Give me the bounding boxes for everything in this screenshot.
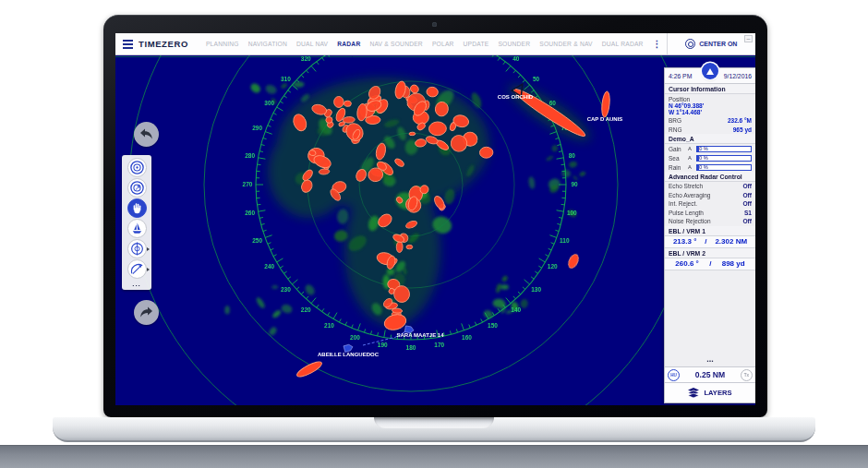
redo-arrow-icon bbox=[139, 306, 153, 318]
transmit-button[interactable]: Tx bbox=[741, 369, 753, 381]
workspace-tabs: PLANNING NAVIGATION DUAL NAV RADAR NAV &… bbox=[201, 33, 648, 54]
svg-text:240: 240 bbox=[264, 263, 274, 270]
vrm-tool-button[interactable] bbox=[127, 239, 147, 258]
undo-button[interactable] bbox=[134, 122, 159, 147]
layers-icon bbox=[688, 388, 699, 398]
svg-text:260: 260 bbox=[245, 210, 255, 216]
tab-dual-radar[interactable]: DUAL RADAR bbox=[597, 33, 648, 55]
cursor-bearing-row: BRG 232.6 °M bbox=[665, 115, 755, 125]
svg-text:220: 220 bbox=[301, 306, 311, 313]
target-info-button[interactable] bbox=[127, 178, 147, 198]
tab-navigation[interactable]: NAVIGATION bbox=[244, 33, 292, 55]
ebl-protractor-icon bbox=[129, 261, 145, 277]
rain-auto-button[interactable]: A bbox=[688, 164, 693, 170]
tab-radar[interactable]: RADAR bbox=[332, 33, 365, 55]
layers-button[interactable]: LAYERS bbox=[665, 383, 755, 402]
concentric-circles-icon bbox=[129, 160, 145, 175]
webcam-dot bbox=[432, 22, 437, 27]
tab-planning[interactable]: PLANNING bbox=[201, 33, 244, 55]
gain-slider[interactable]: 0 % bbox=[696, 146, 752, 152]
tab-sounder-nav[interactable]: SOUNDER & NAV bbox=[535, 33, 597, 55]
svg-text:280: 280 bbox=[245, 152, 255, 159]
clock-row: 4:26 PM 9/12/2016 bbox=[665, 68, 755, 84]
svg-text:250: 250 bbox=[252, 237, 262, 244]
svg-text:90: 90 bbox=[571, 181, 578, 187]
noise-rejection-row[interactable]: Noise RejectionOff bbox=[665, 217, 755, 226]
svg-text:40: 40 bbox=[512, 55, 520, 62]
svg-text:100: 100 bbox=[567, 210, 577, 216]
concentric-circles-hand-icon bbox=[129, 180, 145, 196]
svg-text:110: 110 bbox=[560, 237, 570, 244]
pulse-length-row[interactable]: Pulse LengthS1 bbox=[665, 209, 755, 218]
pan-tool-button[interactable] bbox=[127, 198, 147, 218]
range-scale-value[interactable]: 0.25 NM bbox=[695, 370, 725, 379]
svg-text:190: 190 bbox=[378, 342, 388, 348]
ebl2-angle: 260.6 ° bbox=[675, 259, 698, 268]
sea-slider[interactable]: 0 % bbox=[696, 155, 752, 162]
range-bar: HU 0.25 NM Tx bbox=[665, 366, 755, 383]
svg-text:60: 60 bbox=[549, 100, 557, 106]
undo-arrow-icon bbox=[139, 128, 153, 140]
clock-date: 9/12/2016 bbox=[724, 73, 752, 79]
panel-spacer bbox=[665, 270, 755, 356]
tab-polar[interactable]: POLAR bbox=[428, 33, 459, 55]
own-ship-button[interactable] bbox=[702, 63, 718, 79]
rain-control-row: Rain A 0 % bbox=[665, 162, 755, 172]
data-panel: 4:26 PM 9/12/2016 Cursor Information Pos… bbox=[664, 67, 755, 403]
echo-averaging-row[interactable]: Echo AveragingOff bbox=[665, 191, 755, 200]
rain-slider[interactable]: 0 % bbox=[696, 164, 752, 171]
stage: 4050607080901001101201301401501601701801… bbox=[0, 0, 868, 468]
sea-auto-button[interactable]: A bbox=[688, 155, 693, 161]
app-logo: TIMEZERO bbox=[139, 39, 188, 49]
svg-text:230: 230 bbox=[281, 286, 291, 293]
tab-update[interactable]: UPDATE bbox=[459, 33, 494, 55]
acquire-target-button[interactable] bbox=[127, 158, 147, 177]
boat-tool-button[interactable] bbox=[127, 219, 147, 238]
cursor-range-value: 965 yd bbox=[733, 126, 752, 133]
ebl-vrm1-header: EBL / VRM 1 bbox=[665, 226, 755, 236]
cursor-longitude: W 1°14.468' bbox=[665, 109, 755, 115]
vrm2-range: 898 yd bbox=[722, 259, 745, 268]
tab-dual-nav[interactable]: DUAL NAV bbox=[292, 33, 332, 55]
redo-button[interactable] bbox=[134, 300, 159, 325]
int-reject-row[interactable]: Int. Reject.Off bbox=[665, 199, 755, 209]
ebl1-angle: 213.3 ° bbox=[673, 237, 696, 246]
svg-text:130: 130 bbox=[531, 286, 541, 293]
flyout-arrow-icon bbox=[147, 268, 150, 271]
ribbon-collapse-button[interactable]: – bbox=[744, 35, 753, 42]
ebl-vrm1-value[interactable]: 213.3 ° / 2.302 NM bbox=[665, 236, 755, 248]
tab-nav-sounder[interactable]: NAV & SOUNDER bbox=[365, 33, 427, 55]
cursor-info-header: Cursor Information bbox=[665, 84, 755, 94]
advanced-radar-header: Advanced Radar Control bbox=[665, 172, 755, 182]
svg-text:COS ORCHID: COS ORCHID bbox=[498, 94, 534, 100]
svg-text:210: 210 bbox=[324, 322, 334, 329]
center-on-button[interactable]: CENTER ON bbox=[667, 33, 755, 54]
center-target-icon bbox=[685, 39, 695, 49]
head-up-button[interactable]: HU bbox=[668, 369, 680, 381]
echo-stretch-row[interactable]: Echo StretchOff bbox=[665, 182, 755, 191]
panel-more-button[interactable]: ... bbox=[665, 355, 755, 366]
ebl-tool-button[interactable] bbox=[127, 259, 147, 279]
svg-text:200: 200 bbox=[350, 334, 360, 341]
svg-text:270: 270 bbox=[243, 181, 253, 187]
svg-text:50: 50 bbox=[533, 76, 540, 82]
cursor-range-row: RNG 965 yd bbox=[665, 125, 755, 134]
tab-sounder[interactable]: SOUNDER bbox=[493, 33, 535, 55]
hamburger-menu-icon[interactable] bbox=[123, 40, 133, 49]
svg-text:160: 160 bbox=[462, 334, 472, 341]
svg-text:310: 310 bbox=[281, 76, 291, 82]
vrm1-range: 2.302 NM bbox=[715, 237, 747, 246]
overflow-menu-icon[interactable]: ⋮ bbox=[648, 40, 667, 49]
radar-display[interactable]: 4050607080901001101201301401501601701801… bbox=[115, 33, 755, 405]
desk-surface bbox=[0, 445, 868, 468]
toolbar-more-button[interactable]: ... bbox=[132, 282, 141, 287]
clock-time: 4:26 PM bbox=[669, 73, 692, 79]
svg-text:170: 170 bbox=[434, 342, 444, 348]
gain-control-row: Gain A 0 % bbox=[665, 144, 755, 153]
sea-control-row: Sea A 0 % bbox=[665, 153, 755, 162]
gain-auto-button[interactable]: A bbox=[688, 146, 693, 151]
svg-text:290: 290 bbox=[252, 125, 262, 131]
ebl-vrm2-value[interactable]: 260.6 ° / 898 yd bbox=[665, 258, 755, 270]
sailboat-icon bbox=[129, 221, 145, 236]
app-screen: 4050607080901001101201301401501601701801… bbox=[115, 33, 755, 405]
